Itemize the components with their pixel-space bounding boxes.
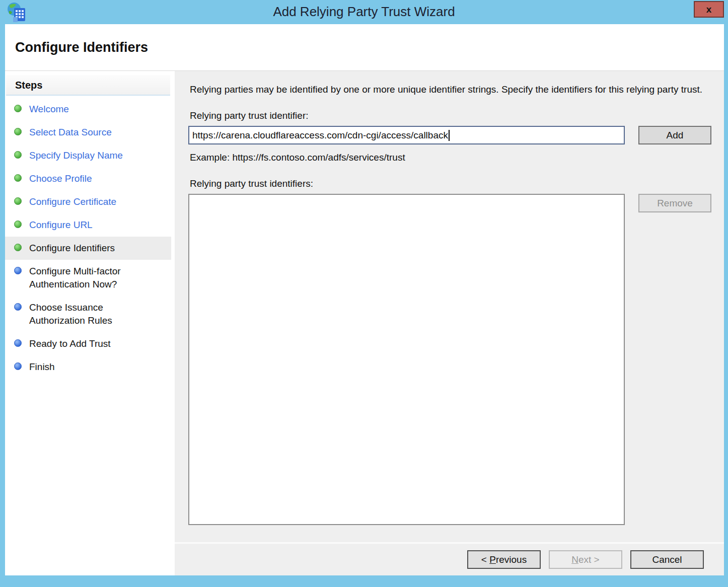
- step-bullet-icon: [14, 221, 22, 228]
- step-bullet-icon: [14, 197, 22, 205]
- cancel-button[interactable]: Cancel: [630, 550, 704, 569]
- page-title: Configure Identifiers: [15, 40, 148, 55]
- sidebar-item[interactable]: Specify Display Name: [5, 144, 171, 167]
- step-label: Configure URL: [29, 218, 93, 232]
- step-bullet-icon: [14, 303, 22, 311]
- step-label: Configure Certificate: [29, 195, 116, 208]
- steps-list: WelcomeSelect Data SourceSpecify Display…: [5, 98, 171, 379]
- next-button[interactable]: Next >: [549, 550, 622, 569]
- previous-button[interactable]: < Previous: [467, 550, 541, 569]
- step-bullet-icon: [14, 105, 22, 112]
- steps-sidebar: Steps WelcomeSelect Data SourceSpecify D…: [5, 71, 171, 575]
- sidebar-item: Configure Multi-factor Authentication No…: [5, 260, 171, 296]
- step-label: Welcome: [29, 103, 69, 116]
- text-caret: [449, 130, 450, 141]
- wizard-body: Configure Identifiers Steps WelcomeSelec…: [5, 24, 724, 575]
- sidebar-item[interactable]: Configure Certificate: [5, 190, 171, 213]
- step-label: Select Data Source: [29, 126, 112, 139]
- step-label: Choose Profile: [29, 172, 92, 185]
- footer-button-bar: < Previous Next > Cancel: [175, 542, 724, 575]
- step-label: Specify Display Name: [29, 149, 123, 162]
- pane-divider: [171, 71, 175, 575]
- step-bullet-icon: [14, 362, 22, 370]
- sidebar-item: Configure Identifiers: [5, 237, 171, 260]
- step-bullet-icon: [14, 174, 22, 182]
- identifier-field-label: Relying party trust identifier:: [190, 110, 711, 121]
- content-pane: Relying parties may be identified by one…: [175, 71, 724, 575]
- sidebar-item: Ready to Add Trust: [5, 332, 171, 355]
- step-label: Ready to Add Trust: [29, 337, 111, 350]
- intro-text: Relying parties may be identified by one…: [190, 83, 711, 97]
- page-header: Configure Identifiers: [5, 24, 724, 71]
- identifier-input-value: https://carena.cloudflareaccess.com/cdn-…: [192, 130, 448, 141]
- identifier-input[interactable]: https://carena.cloudflareaccess.com/cdn-…: [188, 126, 625, 144]
- identifiers-list-label: Relying party trust identifiers:: [190, 178, 711, 189]
- sidebar-item: Choose Issuance Authorization Rules: [5, 296, 171, 332]
- step-bullet-icon: [14, 244, 22, 251]
- step-bullet-icon: [14, 128, 22, 135]
- window-title: Add Relying Party Trust Wizard: [0, 4, 728, 20]
- step-bullet-icon: [14, 339, 22, 347]
- step-bullet-icon: [14, 267, 22, 274]
- sidebar-item[interactable]: Choose Profile: [5, 167, 171, 190]
- step-label: Configure Multi-factor Authentication No…: [29, 265, 149, 291]
- step-label: Finish: [29, 360, 55, 374]
- add-button[interactable]: Add: [638, 126, 711, 144]
- title-bar: Add Relying Party Trust Wizard x: [0, 0, 728, 24]
- steps-heading: Steps: [6, 75, 170, 96]
- remove-button[interactable]: Remove: [638, 194, 711, 212]
- sidebar-item[interactable]: Select Data Source: [5, 121, 171, 144]
- step-bullet-icon: [14, 151, 22, 159]
- example-text: Example: https://fs.contoso.com/adfs/ser…: [190, 152, 711, 163]
- close-button[interactable]: x: [694, 1, 724, 18]
- identifiers-listbox[interactable]: [188, 194, 625, 525]
- sidebar-item[interactable]: Welcome: [5, 98, 171, 121]
- sidebar-item[interactable]: Configure URL: [5, 213, 171, 237]
- step-label: Configure Identifiers: [29, 242, 115, 255]
- step-label: Choose Issuance Authorization Rules: [29, 301, 149, 327]
- sidebar-item: Finish: [5, 355, 171, 379]
